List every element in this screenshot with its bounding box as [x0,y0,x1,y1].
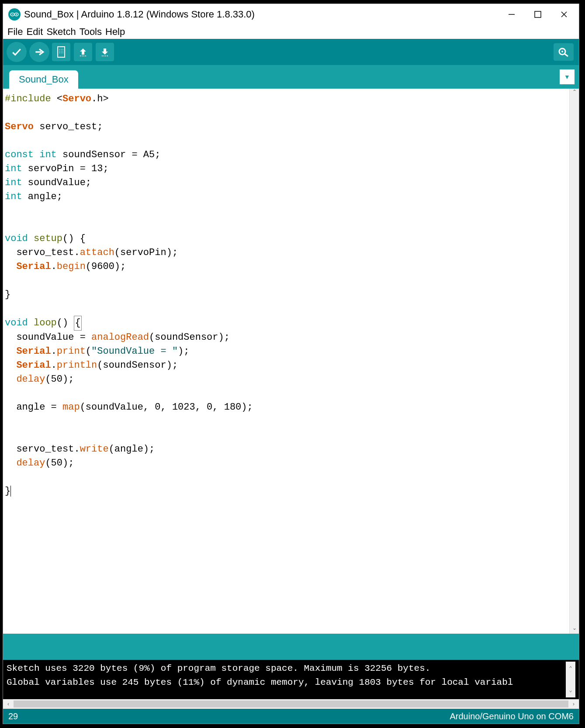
close-button[interactable] [551,6,577,23]
editor-vertical-scrollbar[interactable]: ⌃ ⌄ [569,89,579,634]
svg-marker-16 [102,48,108,55]
console-vertical-scrollbar[interactable]: ⌃ ⌄ [566,662,575,697]
serial-monitor-button[interactable] [554,43,574,61]
scroll-up-icon[interactable]: ⌃ [566,662,575,676]
svg-rect-10 [58,47,65,57]
scroll-down-icon[interactable]: ⌄ [566,683,575,697]
svg-marker-14 [80,48,86,55]
open-sketch-button[interactable] [74,43,92,61]
verify-button[interactable] [7,42,27,62]
tab-sound-box[interactable]: Sound_Box [9,70,78,89]
window-title: Sound_Box | Arduino 1.8.12 (Windows Stor… [24,9,498,20]
menu-bar: File Edit Sketch Tools Help [3,25,579,39]
menu-edit[interactable]: Edit [25,26,44,38]
minimize-button[interactable] [498,6,525,23]
status-strip [3,634,579,660]
menu-file[interactable]: File [7,26,24,38]
svg-point-19 [561,51,563,52]
code-editor[interactable]: #include <Servo.h> Servo servo_test; con… [3,89,569,634]
menu-sketch[interactable]: Sketch [45,26,76,38]
scroll-right-icon[interactable]: › [570,701,577,707]
tab-menu-dropdown[interactable]: ▼ [560,69,575,84]
arduino-ide-window: Sound_Box | Arduino 1.8.12 (Windows Stor… [3,3,579,724]
menu-tools[interactable]: Tools [79,26,103,38]
scroll-left-icon[interactable]: ‹ [5,701,12,707]
editor-area: #include <Servo.h> Servo servo_test; con… [3,89,579,634]
toolbar [3,39,579,65]
svg-line-20 [564,54,568,56]
console-text: Sketch uses 3220 bytes (9%) of program s… [7,662,566,697]
scroll-down-icon[interactable]: ⌄ [570,625,579,634]
new-sketch-button[interactable] [52,43,70,61]
upload-button[interactable] [29,42,49,62]
maximize-button[interactable] [525,6,551,23]
tab-bar: Sound_Box ▼ [3,65,579,89]
status-bar: 29 Arduino/Genuino Uno on COM6 [3,709,579,724]
scroll-up-icon[interactable]: ⌃ [570,89,579,97]
console-horizontal-scrollbar[interactable]: ‹ › [3,699,579,709]
svg-rect-6 [535,11,541,17]
menu-help[interactable]: Help [104,26,126,38]
scroll-thumb[interactable] [14,700,568,707]
line-number: 29 [8,711,18,721]
board-port-label: Arduino/Genuino Uno on COM6 [450,711,574,721]
title-bar[interactable]: Sound_Box | Arduino 1.8.12 (Windows Stor… [3,4,579,25]
save-sketch-button[interactable] [96,43,114,61]
output-console[interactable]: Sketch uses 3220 bytes (9%) of program s… [3,660,579,699]
arduino-logo-icon [8,8,21,21]
